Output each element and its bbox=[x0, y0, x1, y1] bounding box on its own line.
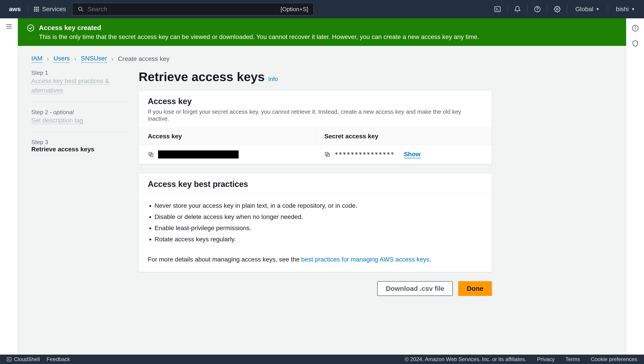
terms-link[interactable]: Terms bbox=[566, 356, 580, 362]
step-2: Step 2 - optional Set description tag bbox=[31, 109, 130, 132]
svg-point-26 bbox=[635, 27, 635, 27]
right-rail bbox=[626, 18, 644, 354]
services-button[interactable]: Services bbox=[30, 6, 70, 13]
user-label: bishi bbox=[616, 6, 629, 13]
secret-key-cell: *************** Show bbox=[315, 145, 492, 164]
step-1: Step 1 Access key best practices & alter… bbox=[31, 69, 130, 102]
svg-point-14 bbox=[537, 11, 537, 11]
list-item: Disable or delete access key when no lon… bbox=[154, 213, 483, 221]
user-menu[interactable]: bishi ▼ bbox=[611, 6, 640, 13]
panel-title: Access key best practices bbox=[148, 179, 483, 189]
step-optional: - optional bbox=[50, 109, 74, 115]
search-shortcut: [Option+S] bbox=[281, 6, 308, 13]
access-key-cell bbox=[139, 145, 315, 164]
chevron-right-icon: › bbox=[111, 55, 113, 62]
breadcrumb-snsuser[interactable]: SNSUser bbox=[81, 55, 107, 63]
copy-secret-key-button[interactable] bbox=[324, 151, 330, 158]
svg-rect-1 bbox=[36, 7, 37, 8]
divider bbox=[567, 5, 567, 14]
caret-down-icon: ▼ bbox=[596, 7, 600, 12]
best-practices-link[interactable]: best practices for managing AWS access k… bbox=[301, 256, 429, 263]
col-access-key: Access key bbox=[139, 128, 315, 145]
copyright-text: © 2024, Amazon Web Services, Inc. or its… bbox=[405, 356, 526, 362]
divider bbox=[527, 5, 528, 14]
step-label: Step 3 bbox=[31, 139, 130, 146]
feedback-link[interactable]: Feedback bbox=[46, 356, 70, 362]
access-key-value-redacted bbox=[158, 150, 238, 158]
search-icon bbox=[78, 6, 84, 12]
svg-point-15 bbox=[556, 8, 558, 10]
services-label: Services bbox=[42, 6, 66, 13]
key-table-row: *************** Show bbox=[139, 145, 492, 164]
info-panel-icon[interactable] bbox=[632, 25, 639, 32]
help-icon[interactable] bbox=[530, 4, 544, 15]
cookies-link[interactable]: Cookie preferences bbox=[591, 356, 637, 362]
settings-icon[interactable] bbox=[550, 4, 564, 15]
best-practices-footer: For more details about managing access k… bbox=[139, 256, 492, 272]
secret-key-masked: *************** bbox=[334, 151, 394, 158]
svg-point-9 bbox=[79, 7, 82, 10]
done-button[interactable]: Done bbox=[458, 281, 492, 296]
cloudshell-footer-icon[interactable]: CloudShell bbox=[7, 356, 40, 362]
wizard-steps: Step 1 Access key best practices & alter… bbox=[31, 69, 130, 296]
info-link[interactable]: Info bbox=[268, 76, 278, 83]
copy-access-key-button[interactable] bbox=[148, 151, 154, 158]
svg-rect-4 bbox=[36, 9, 37, 10]
svg-rect-3 bbox=[34, 9, 35, 10]
divider bbox=[507, 5, 508, 14]
region-label: Global bbox=[575, 6, 594, 13]
chevron-right-icon: › bbox=[47, 55, 49, 62]
banner-title: Access key created bbox=[39, 23, 479, 32]
step-label: Step 2 bbox=[31, 109, 48, 115]
svg-rect-8 bbox=[38, 10, 39, 12]
svg-rect-6 bbox=[34, 10, 35, 12]
search-bar[interactable]: [Option+S] bbox=[72, 3, 314, 16]
list-item: Rotate access keys regularly. bbox=[154, 236, 483, 243]
divider bbox=[28, 5, 28, 14]
svg-line-10 bbox=[82, 10, 83, 12]
best-practices-list: Never store your access key in plain tex… bbox=[139, 195, 492, 256]
svg-point-19 bbox=[28, 25, 34, 31]
step-2-link[interactable]: Set description tag bbox=[31, 117, 83, 124]
caret-down-icon: ▼ bbox=[631, 7, 635, 12]
panel-title: Access key bbox=[148, 97, 483, 106]
breadcrumb-current: Create access key bbox=[118, 55, 170, 62]
list-item: Enable least-privilege permissions. bbox=[154, 225, 483, 232]
access-key-panel: Access key If you lose or forget your se… bbox=[139, 90, 492, 164]
breadcrumb: IAM › Users › SNSUser › Create access ke… bbox=[18, 46, 626, 69]
cloudshell-icon[interactable] bbox=[490, 4, 505, 15]
divider bbox=[608, 5, 608, 14]
svg-rect-2 bbox=[38, 7, 39, 8]
aws-logo[interactable]: aws bbox=[4, 6, 26, 13]
svg-rect-7 bbox=[36, 10, 37, 12]
page-title: Retrieve access keys bbox=[139, 69, 265, 84]
divider bbox=[547, 5, 548, 14]
action-row: Download .csv file Done bbox=[139, 281, 492, 296]
step-1-link[interactable]: Access key best practices & alternatives bbox=[31, 77, 109, 94]
notifications-icon[interactable] bbox=[510, 4, 524, 15]
list-item: Never store your access key in plain tex… bbox=[154, 202, 483, 209]
privacy-link[interactable]: Privacy bbox=[537, 356, 555, 362]
breadcrumb-iam[interactable]: IAM bbox=[31, 55, 42, 63]
menu-toggle-icon[interactable] bbox=[5, 23, 12, 30]
grid-icon bbox=[34, 6, 39, 12]
step-label: Step 1 bbox=[31, 69, 130, 76]
top-navbar: aws Services [Option+S] Global bbox=[0, 0, 644, 18]
search-input[interactable] bbox=[87, 6, 280, 13]
banner-text: This is the only time that the secret ac… bbox=[39, 33, 479, 41]
key-table-header: Access key Secret access key bbox=[139, 128, 492, 145]
panel-desc: If you lose or forget your secret access… bbox=[148, 108, 483, 122]
svg-rect-0 bbox=[34, 7, 35, 8]
cloudshell-label: CloudShell bbox=[14, 356, 40, 362]
show-secret-button[interactable]: Show bbox=[404, 151, 420, 158]
shield-panel-icon[interactable] bbox=[632, 40, 639, 47]
region-selector[interactable]: Global ▼ bbox=[570, 6, 605, 13]
chevron-right-icon: › bbox=[74, 55, 76, 62]
success-banner: Access key created This is the only time… bbox=[18, 18, 626, 46]
main-content: Access key created This is the only time… bbox=[18, 18, 626, 354]
breadcrumb-users[interactable]: Users bbox=[54, 55, 70, 63]
download-csv-button[interactable]: Download .csv file bbox=[377, 281, 453, 296]
col-secret-key: Secret access key bbox=[315, 128, 492, 145]
check-circle-icon bbox=[27, 24, 34, 32]
step-3: Step 3 Retrieve access keys bbox=[31, 139, 130, 160]
